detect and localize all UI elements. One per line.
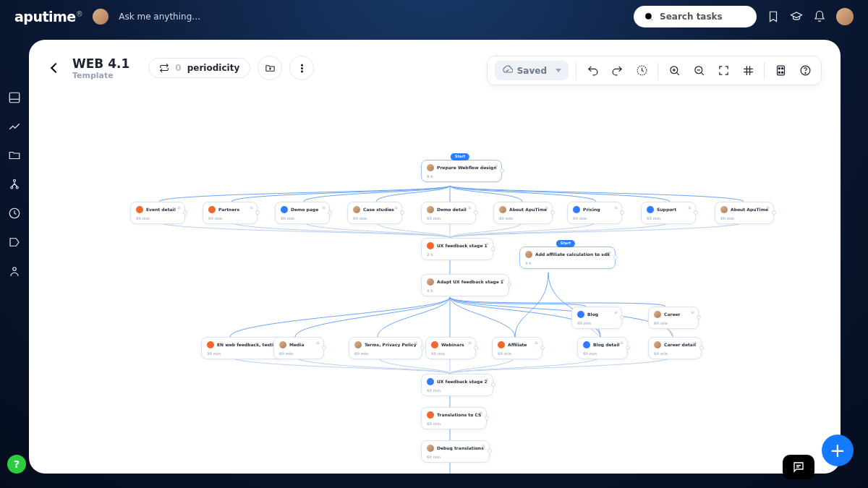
node-affiliate-calc[interactable]: Start ≡ Add affiliate calculation to sdk…	[519, 247, 616, 269]
analytics-icon[interactable]	[8, 120, 21, 133]
svg-point-4	[16, 187, 18, 189]
svg-point-8	[301, 67, 302, 69]
help-button[interactable]	[796, 62, 814, 80]
node-demo[interactable]: ≡Demo page60 min	[275, 202, 330, 224]
toolbar: Saved	[487, 56, 822, 85]
zoom-out-button[interactable]	[690, 62, 707, 80]
clock-icon[interactable]	[8, 207, 21, 220]
saved-status[interactable]: Saved	[495, 61, 569, 80]
fit-button[interactable]	[715, 62, 732, 80]
import-button[interactable]	[258, 56, 282, 80]
signal-button[interactable]	[772, 62, 789, 80]
user-avatar[interactable]	[836, 8, 854, 25]
svg-point-15	[781, 68, 783, 69]
back-button[interactable]	[51, 63, 61, 73]
node-media[interactable]: ≡Media60 min	[273, 337, 324, 359]
more-button[interactable]	[289, 56, 314, 80]
svg-point-7	[301, 64, 302, 66]
user-avatar-small[interactable]	[93, 9, 109, 25]
tag-icon[interactable]	[8, 236, 21, 249]
node-prepare[interactable]: Start ≡ Prepare Webflow design 8 h	[421, 160, 502, 182]
page-title: WEB 4.1	[72, 56, 129, 71]
svg-point-0	[645, 13, 651, 19]
node-blogd[interactable]: ≡Blog detail60 min	[577, 337, 628, 359]
search-icon	[644, 12, 654, 22]
svg-point-19	[804, 72, 805, 73]
start-badge: Start	[451, 153, 469, 160]
node-case[interactable]: ≡Case studies60 min	[347, 202, 402, 224]
left-rail	[0, 33, 29, 488]
node-debug[interactable]: ≡Debug translations60 min	[421, 440, 490, 463]
main-panel: WEB 4.1 Template 0 periodicity Saved	[29, 40, 841, 474]
svg-point-17	[781, 72, 783, 73]
node-career[interactable]: ≡Career60 min	[648, 307, 699, 329]
node-pricing[interactable]: ≡Pricing60 min	[567, 202, 622, 224]
node-about[interactable]: ≡About ApuTime60 min	[493, 202, 553, 224]
node-terms[interactable]: ≡Terms, Privacy Policy60 min	[349, 337, 422, 359]
node-affiliate[interactable]: ≡Affiliate60 min	[492, 337, 542, 359]
undo-button[interactable]	[584, 62, 601, 80]
node-trans[interactable]: ≡Translations to CS60 min	[421, 407, 487, 429]
bookmark-icon[interactable]	[767, 10, 780, 23]
academy-icon[interactable]	[790, 10, 803, 23]
svg-point-9	[301, 70, 302, 72]
svg-rect-1	[9, 93, 20, 103]
periodicity-pill[interactable]: 0 periodicity	[148, 58, 250, 78]
bell-icon[interactable]	[813, 10, 826, 23]
page-subtitle: Template	[72, 71, 129, 80]
add-fab[interactable]: +	[822, 435, 854, 466]
node-blog[interactable]: ≡Blog60 min	[571, 307, 622, 329]
branch-icon[interactable]	[8, 178, 21, 191]
person-icon[interactable]	[8, 265, 21, 278]
redo-button[interactable]	[608, 62, 626, 80]
node-event[interactable]: ≡Event detail60 min	[130, 202, 185, 224]
chat-fab[interactable]	[783, 455, 814, 479]
svg-point-3	[11, 187, 13, 189]
node-ux2[interactable]: ≡UX feedback stage 260 min	[421, 374, 493, 396]
svg-point-14	[778, 68, 780, 69]
node-partners[interactable]: ≡Partners60 min	[203, 202, 258, 224]
node-support[interactable]: ≡Support60 min	[641, 202, 696, 224]
node-about2[interactable]: ≡About ApuTime60 min	[715, 202, 774, 224]
svg-rect-13	[777, 66, 784, 75]
node-webinars[interactable]: ≡Webinars60 min	[425, 337, 476, 359]
flowchart-canvas[interactable]: Start ≡ Prepare Webflow design 8 h ≡Even…	[29, 95, 841, 474]
node-careerd[interactable]: ≡Career detail60 min	[648, 337, 702, 359]
node-demod[interactable]: ≡Demo detail60 min	[421, 202, 476, 224]
topbar: aputime® Ask me anything… Search tasks	[0, 0, 868, 33]
ask-input[interactable]: Ask me anything…	[119, 12, 200, 22]
search-input[interactable]: Search tasks	[634, 6, 757, 27]
dashboard-icon[interactable]	[8, 91, 21, 104]
brand-logo[interactable]: aputime®	[14, 9, 82, 25]
zoom-in-button[interactable]	[665, 62, 683, 80]
node-ux1[interactable]: ≡UX feedback stage 12 h	[421, 238, 493, 260]
node-adapt[interactable]: ≡Adapt UX feedback stage 14 h	[421, 274, 509, 296]
help-fab[interactable]: ?	[7, 455, 26, 474]
history-button[interactable]	[633, 62, 650, 80]
grid-button[interactable]	[739, 62, 757, 80]
svg-point-2	[14, 179, 16, 181]
svg-point-16	[778, 72, 780, 73]
svg-point-6	[13, 267, 17, 271]
folder-icon[interactable]	[8, 149, 21, 162]
